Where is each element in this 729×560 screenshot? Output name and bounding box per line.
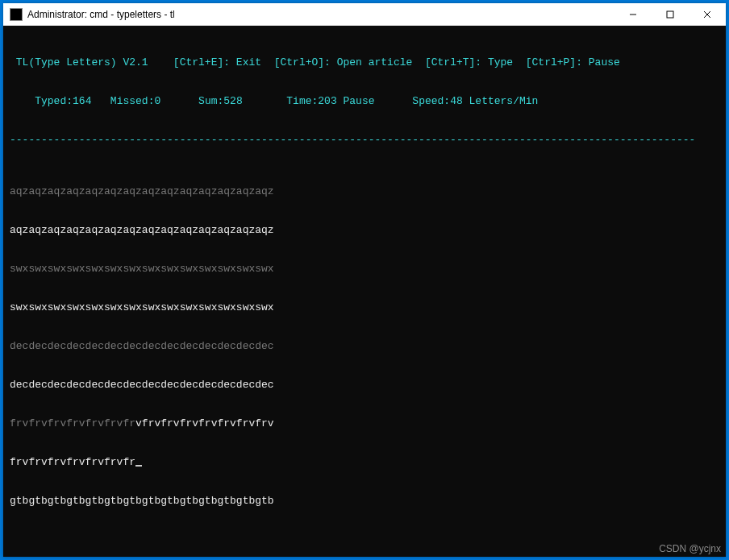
close-button[interactable]: [689, 3, 726, 25]
practice-line-1-target: aqzaqzaqzaqzaqzaqzaqzaqzaqzaqzaqzaqzaqza…: [10, 185, 719, 198]
window-buttons: [614, 3, 726, 25]
maximize-icon: [666, 10, 674, 19]
practice-line-2-target: swxswxswxswxswxswxswxswxswxswxswxswxswxs…: [10, 263, 719, 276]
practice-line-4-target: frvfrvfrvfrvfrvfrvfrvfrvfrvfrvfrvfrvfrvf…: [10, 417, 719, 430]
app-window: Administrator: cmd - typeletters - tl TL…: [3, 3, 726, 557]
window-title: Administrator: cmd - typeletters - tl: [27, 9, 614, 20]
practice-line-5: gtbgtbgtbgtbgtbgtbgtbgtbgtbgtbgtbgtbgtbg…: [10, 495, 719, 508]
minimize-button[interactable]: [614, 3, 652, 25]
practice-line-3-typed: decdecdecdecdecdecdecdecdecdecdecdecdecd…: [10, 379, 719, 392]
header-row-1: TL(Type Letters) V2.1 [Ctrl+E]: Exit [Ct…: [10, 56, 719, 69]
practice-line-2-typed: swxswxswxswxswxswxswxswxswxswxswxswxswxs…: [10, 301, 719, 314]
minimize-icon: [629, 10, 637, 19]
practice-line-1-typed: aqzaqzaqzaqzaqzaqzaqzaqzaqzaqzaqzaqzaqza…: [10, 224, 719, 237]
cursor: [135, 465, 142, 467]
svg-rect-1: [667, 11, 673, 18]
watermark: CSDN @ycjnx: [659, 542, 721, 555]
cmd-icon: [10, 8, 23, 21]
titlebar[interactable]: Administrator: cmd - typeletters - tl: [3, 3, 726, 26]
divider-top: ----------------------------------------…: [10, 134, 719, 147]
header-row-2: Typed:164 Missed:0 Sum:528 Time:203 Paus…: [10, 95, 719, 108]
maximize-button[interactable]: [652, 3, 689, 25]
close-icon: [703, 10, 711, 19]
terminal[interactable]: TL(Type Letters) V2.1 [Ctrl+E]: Exit [Ct…: [3, 26, 726, 557]
practice-line-4-typed: frvfrvfrvfrvfrvfrvfr: [10, 456, 719, 469]
blank-1: [10, 533, 719, 546]
practice-line-3-target: decdecdecdecdecdecdecdecdecdecdecdecdecd…: [10, 340, 719, 353]
